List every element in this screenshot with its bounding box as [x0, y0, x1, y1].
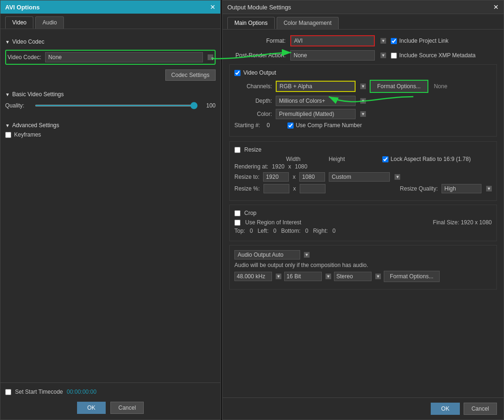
tab-color-management[interactable]: Color Management — [277, 17, 339, 29]
avi-ok-button[interactable]: OK — [77, 402, 106, 414]
left-value: 0 — [273, 228, 277, 234]
audio-stereo-arrow: ▼ — [375, 274, 381, 279]
codec-settings-button[interactable]: Codec Settings — [165, 69, 216, 81]
bottom-value: 0 — [305, 228, 309, 234]
audio-section: Audio Output Auto ▼ Audio will be output… — [229, 245, 497, 290]
audio-output-row: Audio Output Auto ▼ — [234, 250, 492, 260]
tab-main-options[interactable]: Main Options — [227, 17, 275, 29]
rendering-x: x — [288, 163, 291, 170]
resize-quality-arrow: ▼ — [486, 186, 492, 191]
advanced-label: Advanced Settings — [12, 122, 59, 129]
audio-bit-arrow: ▼ — [326, 274, 331, 279]
resize-label: Resize — [244, 146, 262, 153]
advanced-section: ▼ Advanced Settings Keyframes — [5, 118, 216, 140]
height-col-header: Height — [329, 156, 345, 162]
timecode-value: 00:00:00:00 — [67, 389, 96, 395]
crop-header: Crop — [234, 210, 492, 216]
video-output-header: Video Output — [234, 69, 492, 76]
depth-label: Depth: — [234, 98, 272, 104]
audio-format-options-button[interactable]: Format Options... — [384, 271, 440, 282]
quality-value: 100 — [202, 102, 216, 109]
resize-to-row: Resize to: x Custom ▼ — [234, 172, 492, 182]
include-project-link-checkbox[interactable] — [391, 38, 397, 44]
video-output-checkbox[interactable] — [234, 70, 240, 76]
output-tabs: Main Options Color Management — [223, 14, 504, 30]
output-module-dialog: Output Module Settings ✕ Main Options Co… — [222, 0, 504, 420]
lock-ratio-label: Lock Aspect Ratio to 16:9 (1.78) — [390, 156, 471, 162]
video-output-label: Video Output — [243, 69, 276, 76]
advanced-header: ▼ Advanced Settings — [5, 122, 216, 129]
output-cancel-button[interactable]: Cancel — [464, 403, 497, 415]
tab-audio[interactable]: Audio — [35, 16, 64, 29]
basic-video-arrow: ▼ — [5, 92, 10, 97]
use-comp-frame-checkbox[interactable] — [287, 122, 294, 129]
output-footer: OK Cancel — [223, 397, 504, 420]
resize-pct-w-input[interactable] — [264, 184, 289, 193]
resize-pct-label: Resize %: — [234, 185, 260, 192]
audio-khz-select[interactable]: 48.000 kHz — [234, 272, 272, 281]
resize-pct-x: x — [293, 185, 296, 192]
rendering-w: 1920 — [272, 163, 285, 170]
channels-row: Channels: RGB + Alpha ▼ Format Options..… — [234, 80, 492, 93]
output-ok-button[interactable]: OK — [431, 403, 459, 415]
codec-field-label: Video Codec: — [8, 54, 41, 61]
output-titlebar: Output Module Settings ✕ — [223, 0, 504, 14]
width-col-header: Width — [286, 156, 301, 162]
crop-checkbox[interactable] — [234, 210, 240, 216]
avi-titlebar: AVI Options ✕ — [0, 0, 220, 14]
bottom-label: Bottom: — [281, 228, 300, 234]
resize-quality-select[interactable]: High Medium Low — [442, 184, 481, 193]
color-select[interactable]: Premultiplied (Matted) — [276, 109, 356, 119]
output-close-button[interactable]: ✕ — [493, 3, 499, 11]
audio-output-select[interactable]: Audio Output Auto — [234, 250, 300, 260]
avi-footer-buttons: OK Cancel — [5, 402, 216, 414]
crop-region-row: Use Region of Interest Final Size: 1920 … — [234, 219, 492, 226]
video-codec-arrow: ▼ — [5, 39, 10, 45]
keyframes-row: Keyframes — [5, 131, 216, 138]
post-render-select[interactable]: None — [290, 50, 375, 61]
tab-video[interactable]: Video — [5, 16, 33, 29]
right-value: 0 — [333, 228, 336, 234]
right-label: Right: — [313, 228, 327, 234]
timecode-row: Set Start Timecode 00:00:00:00 — [5, 389, 216, 395]
resize-checkbox[interactable] — [234, 147, 240, 153]
rendering-at-row: Rendering at: 1920 x 1080 — [234, 163, 492, 170]
include-xmp-checkbox[interactable] — [391, 53, 397, 59]
avi-body: ▼ Video Codec Video Codec: None ▼ Codec … — [0, 29, 220, 382]
use-region-checkbox[interactable] — [234, 220, 240, 226]
format-options-none: None — [434, 83, 448, 90]
audio-bit-select[interactable]: 16 Bit — [284, 272, 322, 281]
format-options-button[interactable]: Format Options... — [370, 80, 428, 93]
resize-pct-h-input[interactable] — [300, 184, 326, 193]
video-codec-header: ▼ Video Codec — [5, 38, 216, 45]
avi-cancel-button[interactable]: Cancel — [110, 402, 144, 414]
quality-slider[interactable] — [35, 105, 198, 107]
audio-note: Audio will be output only if the composi… — [234, 262, 492, 268]
depth-select[interactable]: Millions of Colors+ — [276, 96, 356, 106]
resize-custom-select[interactable]: Custom — [329, 172, 390, 182]
avi-tabs: Video Audio — [0, 14, 220, 29]
set-start-timecode-label: Set Start Timecode — [15, 389, 63, 395]
use-region-label: Use Region of Interest — [245, 219, 301, 226]
format-select[interactable]: AVI — [290, 35, 375, 46]
resize-to-x: x — [293, 174, 295, 180]
resize-section: Resize Width Height Lock Aspect Ratio to… — [229, 141, 497, 201]
audio-settings-row: 48.000 kHz ▼ 16 Bit ▼ Stereo ▼ Format Op… — [234, 271, 492, 282]
resize-to-label: Resize to: — [234, 174, 259, 180]
resize-to-height-input[interactable] — [299, 172, 325, 182]
advanced-arrow: ▼ — [5, 123, 10, 128]
resize-quality-label: Resize Quality: — [400, 185, 438, 192]
crop-label: Crop — [244, 210, 256, 216]
codec-select[interactable]: None — [45, 52, 203, 62]
color-label: Color: — [234, 111, 272, 117]
channels-select[interactable]: RGB + Alpha — [276, 81, 356, 92]
lock-ratio-checkbox[interactable] — [382, 156, 388, 162]
audio-stereo-select[interactable]: Stereo — [334, 272, 372, 281]
keyframes-checkbox[interactable] — [5, 132, 11, 138]
set-start-timecode-checkbox[interactable] — [5, 389, 11, 395]
avi-close-button[interactable]: ✕ — [210, 3, 216, 11]
color-row: Color: Premultiplied (Matted) ▼ — [234, 109, 492, 119]
resize-to-width-input[interactable] — [263, 172, 289, 182]
lock-ratio: Lock Aspect Ratio to 16:9 (1.78) — [382, 156, 471, 162]
format-row: Format: AVI ▼ Include Project Link — [229, 35, 497, 46]
